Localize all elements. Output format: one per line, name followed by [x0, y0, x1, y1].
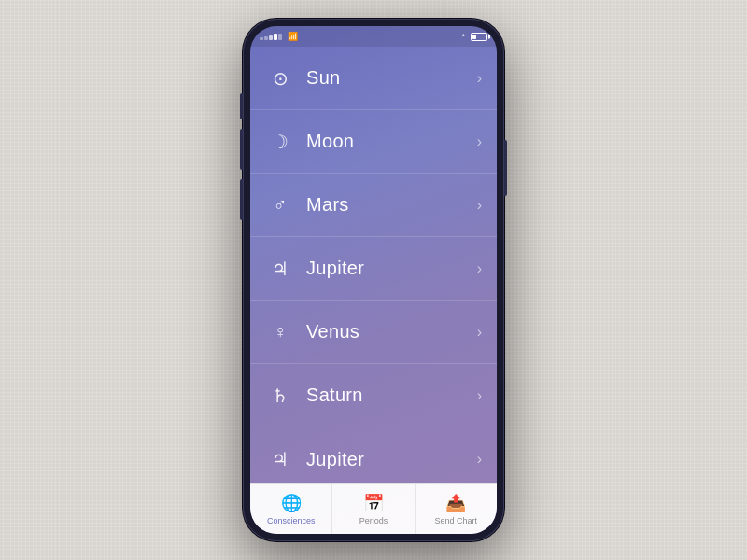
planet-name-moon: Moon: [306, 131, 477, 152]
chevron-icon-saturn: ›: [477, 387, 482, 404]
planet-symbol-moon: ☽: [265, 131, 295, 153]
bluetooth-icon: *: [461, 32, 465, 41]
chevron-icon-moon: ›: [477, 133, 482, 150]
phone-screen: 📶 * ⊙ Sun › ☽ Moon › ♂ Mars › ♃ Jupiter …: [250, 26, 497, 534]
wifi-icon: 📶: [288, 32, 298, 41]
tab-icon-periods: 📅: [363, 493, 384, 513]
planet-list: ⊙ Sun › ☽ Moon › ♂ Mars › ♃ Jupiter › ♀ …: [250, 47, 497, 483]
tab-label-sendchart: Send Chart: [435, 516, 478, 525]
chevron-icon-jupiter2: ›: [477, 451, 482, 468]
planet-symbol-venus: ♀: [265, 321, 295, 343]
signal-dot-5: [278, 34, 282, 40]
planet-symbol-saturn: ♄: [265, 385, 295, 407]
planet-symbol-mars: ♂: [265, 194, 295, 216]
tab-bar: 🌐 Consciences 📅 Periods 📤 Send Chart: [250, 483, 497, 534]
planet-item-venus[interactable]: ♀ Venus ›: [250, 301, 497, 364]
signal-dot-3: [269, 35, 273, 40]
planet-item-saturn[interactable]: ♄ Saturn ›: [250, 364, 497, 427]
status-right: *: [461, 32, 487, 41]
signal-bars: [260, 34, 282, 40]
planet-name-sun: Sun: [306, 67, 477, 89]
tab-icon-sendchart: 📤: [445, 493, 466, 513]
tab-label-consciences: Consciences: [267, 516, 316, 525]
mute-button[interactable]: [240, 93, 243, 119]
planet-item-sun[interactable]: ⊙ Sun ›: [250, 47, 497, 110]
planet-item-moon[interactable]: ☽ Moon ›: [250, 110, 497, 174]
planet-name-jupiter: Jupiter: [306, 258, 477, 279]
signal-dot-2: [264, 36, 268, 40]
tab-sendchart[interactable]: 📤 Send Chart: [416, 484, 497, 534]
tab-consciences[interactable]: 🌐 Consciences: [250, 484, 332, 534]
planet-name-venus: Venus: [306, 321, 477, 343]
volume-up-button[interactable]: [240, 129, 243, 170]
chevron-icon-mars: ›: [477, 197, 482, 214]
tab-periods[interactable]: 📅 Periods: [332, 484, 415, 534]
battery-icon: [471, 33, 487, 41]
status-bar: 📶 *: [250, 26, 497, 47]
tab-label-periods: Periods: [359, 516, 388, 525]
planet-name-saturn: Saturn: [306, 385, 477, 406]
planet-item-mars[interactable]: ♂ Mars ›: [250, 174, 497, 237]
power-button[interactable]: [504, 140, 507, 196]
planet-name-jupiter2: Jupiter: [306, 449, 477, 470]
chevron-icon-venus: ›: [477, 324, 482, 341]
planet-item-jupiter[interactable]: ♃ Jupiter ›: [250, 237, 497, 301]
volume-down-button[interactable]: [240, 179, 243, 220]
planet-name-mars: Mars: [306, 194, 477, 216]
status-left: 📶: [260, 32, 298, 41]
planet-item-jupiter2[interactable]: ♃ Jupiter ›: [250, 427, 497, 483]
phone-frame: 📶 * ⊙ Sun › ☽ Moon › ♂ Mars › ♃ Jupiter …: [243, 19, 504, 541]
planet-symbol-jupiter2: ♃: [265, 448, 295, 470]
chevron-icon-jupiter: ›: [477, 260, 482, 277]
tab-icon-consciences: 🌐: [281, 493, 302, 513]
battery-fill: [472, 35, 476, 39]
chevron-icon-sun: ›: [477, 70, 482, 87]
planet-symbol-jupiter: ♃: [265, 258, 295, 280]
signal-dot-4: [274, 34, 277, 40]
signal-dot-1: [260, 37, 263, 40]
planet-symbol-sun: ⊙: [265, 67, 295, 90]
